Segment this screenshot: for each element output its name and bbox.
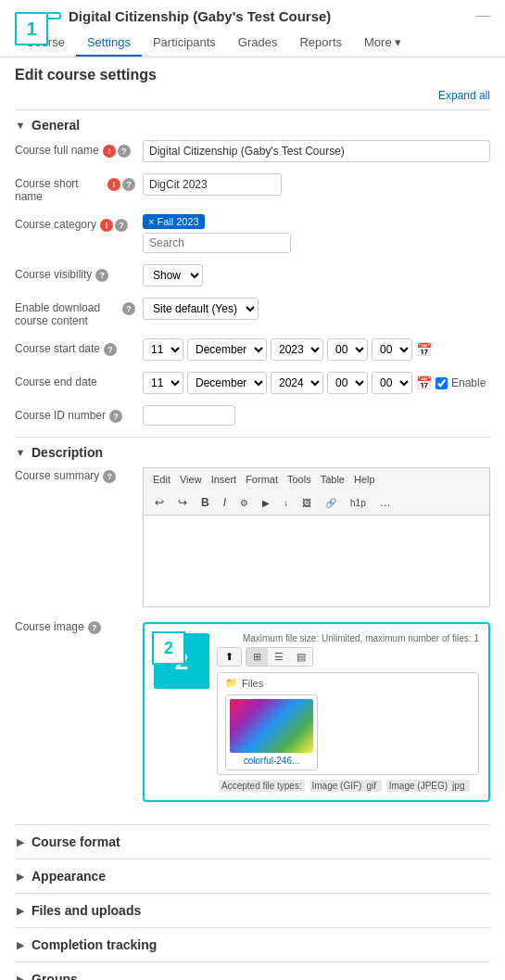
enable-download-help-icon[interactable]: ?	[122, 302, 135, 315]
end-day-select[interactable]: 11	[143, 372, 183, 394]
course-summary-row: Course summary ? Edit View Insert Format…	[15, 467, 490, 607]
course-full-name-input[interactable]	[143, 140, 490, 162]
upload-button[interactable]: ⬆	[217, 647, 242, 667]
files-area: 📁 Files colorful-246...	[217, 672, 479, 775]
nav-settings[interactable]: Settings	[76, 30, 142, 57]
course-end-date-row: Course end date 11 December 2024 00	[15, 372, 490, 394]
course-format-section[interactable]: ▶ Course format	[15, 824, 490, 859]
course-visibility-select[interactable]: Show	[143, 264, 203, 286]
course-id-input[interactable]	[143, 405, 235, 426]
editor-menu-insert[interactable]: Insert	[208, 472, 241, 487]
end-enable-checkbox[interactable]	[436, 377, 448, 389]
editor-btn-8[interactable]: 🔗	[320, 495, 342, 511]
course-id-row: Course ID number ?	[15, 405, 490, 426]
editor-format-toolbar: ↩ ↪ B I ⚙ ▶ ↓ 🖼 🔗 h1p …	[143, 490, 490, 515]
course-category-help-icon[interactable]: ?	[115, 219, 128, 232]
general-section-header[interactable]: ▼ General	[15, 109, 490, 140]
editor-btn-6[interactable]: ↓	[278, 495, 294, 511]
course-start-date-row: Course start date ? 11 December 2023	[15, 338, 490, 361]
course-short-name-required-icon: !	[107, 178, 120, 191]
editor-btn-4[interactable]: ⚙	[234, 495, 254, 511]
start-min-select[interactable]: 00	[372, 338, 412, 361]
editor-menu-help[interactable]: Help	[350, 472, 379, 487]
editor-italic-btn[interactable]: I	[218, 493, 232, 512]
editor-undo-btn[interactable]: ↩	[149, 493, 170, 512]
course-short-name-input[interactable]	[143, 173, 282, 196]
groups-section[interactable]: ▶ Groups	[15, 961, 490, 980]
course-image-control: 2 2 Maximum file size: Unlimited, maximu…	[143, 618, 490, 813]
course-short-name-help-icon[interactable]: ?	[122, 178, 135, 191]
end-min-select[interactable]: 00	[372, 372, 412, 394]
course-title: Digital Citizenship (Gaby's Test Course)	[69, 8, 331, 24]
end-calendar-icon[interactable]: 📅	[416, 375, 432, 390]
end-month-select[interactable]: December	[187, 372, 267, 394]
editor-btn-9[interactable]: h1p	[345, 495, 372, 511]
course-format-title: Course format	[32, 834, 120, 849]
editor-bold-btn[interactable]: B	[196, 493, 215, 512]
nav-more[interactable]: More ▾	[353, 30, 412, 57]
editor-menu-table[interactable]: Table	[317, 472, 348, 487]
course-full-name-row: Course full name ! ?	[15, 140, 490, 162]
course-summary-help-icon[interactable]: ?	[103, 470, 116, 483]
course-end-date-control: 11 December 2024 00 00 📅	[143, 372, 490, 394]
files-uploads-section[interactable]: ▶ Files and uploads	[15, 893, 490, 927]
editor-btn-5[interactable]: ▶	[257, 495, 275, 511]
course-icon-wrapper: 1	[15, 12, 61, 19]
files-label: Files	[242, 678, 263, 689]
start-calendar-icon[interactable]: 📅	[416, 342, 432, 357]
page-title-bar: Edit course settings	[0, 57, 505, 89]
appearance-section[interactable]: ▶ Appearance	[15, 859, 490, 893]
nav-grades[interactable]: Grades	[227, 30, 289, 57]
category-search-dropdown[interactable]: ▼	[143, 233, 291, 253]
course-start-date-help-icon[interactable]: ?	[104, 343, 117, 356]
page-title: Edit course settings	[15, 67, 157, 83]
course-full-name-required-icon: !	[103, 145, 116, 158]
course-visibility-help-icon[interactable]: ?	[95, 269, 108, 282]
view-detail-btn[interactable]: ▤	[290, 648, 312, 666]
end-year-select[interactable]: 2024	[271, 372, 323, 394]
editor-menu-edit[interactable]: Edit	[149, 472, 174, 487]
editor-btn-7[interactable]: 🖼	[297, 495, 317, 511]
course-full-name-control	[143, 140, 490, 162]
view-grid-btn[interactable]: ⊞	[246, 648, 268, 666]
course-image-help-icon[interactable]: ?	[88, 621, 101, 634]
editor-btn-more[interactable]: …	[374, 493, 397, 512]
start-year-select[interactable]: 2023	[271, 338, 323, 361]
tag-remove-icon[interactable]: ×	[148, 216, 154, 227]
collapsed-sections: ▶ Course format ▶ Appearance ▶ Files and…	[15, 824, 490, 980]
header-top: 1 Digital Citizenship (Gaby's Test Cours…	[15, 7, 490, 30]
image-badge-wrapper: 2 2	[154, 633, 209, 689]
accepted-types: Accepted file types: Image (GIF)gif Imag…	[217, 781, 479, 791]
course-start-date-control: 11 December 2023 00 00 📅	[143, 338, 490, 361]
expand-all-link[interactable]: Expand all	[438, 89, 490, 102]
course-id-control	[143, 405, 490, 426]
category-search-input[interactable]	[144, 234, 291, 252]
image-filename[interactable]: colorful-246...	[244, 756, 300, 766]
enable-download-select[interactable]: Site default (Yes)	[143, 298, 259, 320]
course-short-name-label: Course short name ! ?	[15, 173, 135, 203]
course-category-row: Course category ! ? × Fall 2023 ▼	[15, 214, 490, 253]
start-day-select[interactable]: 11	[143, 338, 183, 361]
end-hour-select[interactable]: 00	[327, 372, 368, 394]
start-hour-select[interactable]: 00	[327, 338, 368, 361]
upload-controls: ⬆ ⊞ ☰ ▤	[217, 647, 479, 667]
editor-redo-btn[interactable]: ↪	[172, 493, 193, 512]
editor-menu-format[interactable]: Format	[242, 472, 282, 487]
description-section-header[interactable]: ▼ Description	[15, 437, 490, 467]
nav-reports[interactable]: Reports	[288, 30, 353, 57]
completion-tracking-section[interactable]: ▶ Completion tracking	[15, 927, 490, 961]
course-category-control: × Fall 2023 ▼	[143, 214, 490, 253]
collapse-icon[interactable]: —	[475, 7, 490, 24]
start-month-select[interactable]: December	[187, 338, 267, 361]
image-area-inner: 2 2 Maximum file size: Unlimited, maximu…	[154, 633, 479, 791]
course-full-name-help-icon[interactable]: ?	[118, 145, 131, 158]
editor-body[interactable]	[143, 515, 490, 607]
editor-menu-tools[interactable]: Tools	[284, 472, 315, 487]
nav-participants[interactable]: Participants	[142, 30, 227, 57]
course-id-help-icon[interactable]: ?	[109, 410, 122, 423]
image-grid: colorful-246...	[225, 694, 471, 770]
view-list-btn[interactable]: ☰	[268, 648, 290, 666]
main-content: Expand all ▼ General Course full name ! …	[0, 89, 505, 980]
end-enable-label: Enable	[436, 376, 486, 389]
editor-menu-view[interactable]: View	[176, 472, 206, 487]
